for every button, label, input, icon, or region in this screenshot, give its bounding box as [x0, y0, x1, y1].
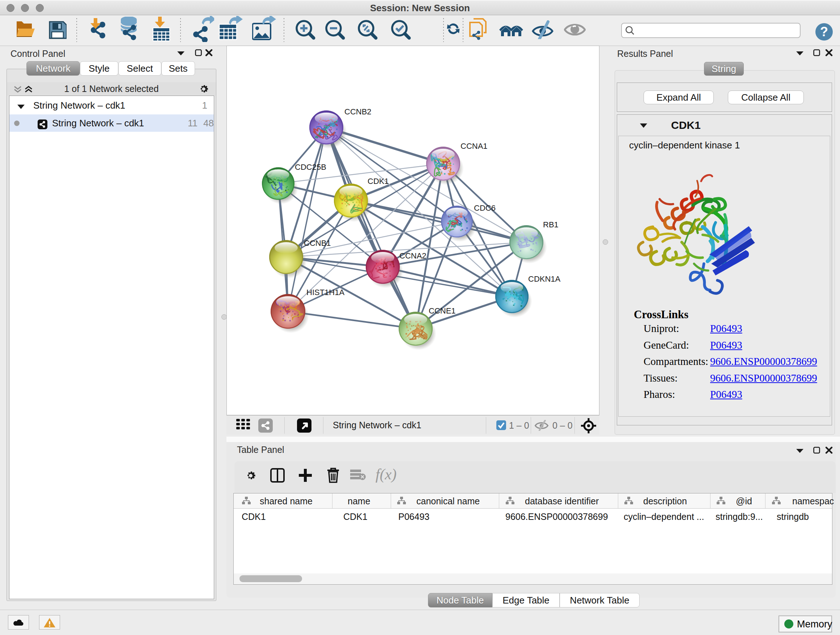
svg-text:RB1: RB1	[543, 220, 559, 229]
svg-text:CCNB2: CCNB2	[344, 107, 371, 116]
svg-text:CCNB1: CCNB1	[304, 239, 331, 248]
svg-text:CDK1: CDK1	[368, 177, 389, 186]
svg-text:CCNA2: CCNA2	[399, 251, 426, 260]
svg-text:CCNE1: CCNE1	[429, 306, 456, 315]
svg-text:CDKN1A: CDKN1A	[528, 274, 561, 283]
svg-text:CCNA1: CCNA1	[461, 141, 488, 150]
svg-text:HIST1H1A: HIST1H1A	[306, 288, 344, 297]
svg-text:CDC6: CDC6	[474, 203, 496, 212]
svg-text:CDC25B: CDC25B	[295, 163, 326, 172]
